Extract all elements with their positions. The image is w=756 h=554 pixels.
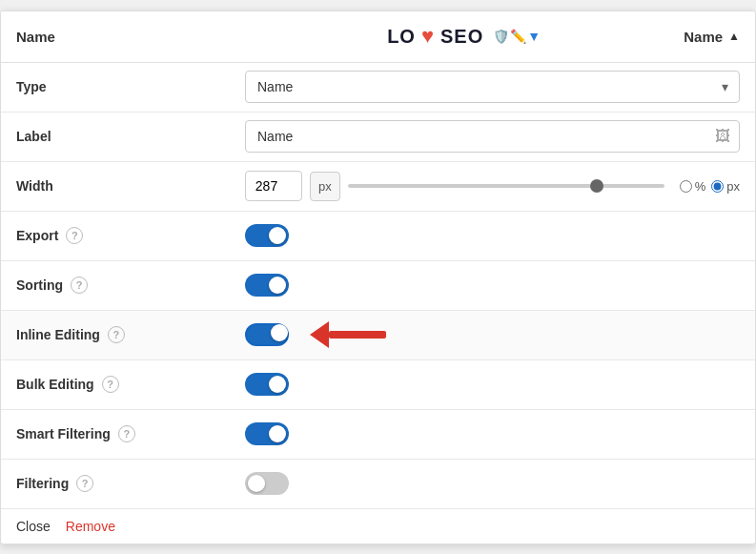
bulk-editing-toggle[interactable] [245,373,289,396]
px-label: px [726,179,740,194]
header-name-label: Name [16,29,245,45]
filtering-label-wrapper: Filtering ? [16,475,245,492]
logo-seo: SEO [440,26,483,48]
width-content: px % px [245,171,740,201]
label-input[interactable] [245,120,740,153]
export-toggle-slider [245,224,289,247]
label-label: Label [16,129,245,144]
inline-editing-content [245,321,740,348]
filtering-row: Filtering ? [1,460,755,509]
width-number-input[interactable] [245,171,302,201]
export-toggle[interactable] [245,224,289,247]
close-link[interactable]: Close [16,519,51,534]
logo-lo: LO [387,26,416,48]
bulk-editing-label: Bulk Editing [16,377,94,392]
smart-filtering-help-icon[interactable]: ? [118,425,135,442]
width-px-option[interactable]: px [711,179,740,194]
label-input-wrapper: 🖼 [245,120,740,153]
width-percent-radio[interactable] [680,180,692,193]
smart-filtering-label-wrapper: Smart Filtering ? [16,425,245,442]
smart-filtering-content [245,422,740,445]
logo-heart-icon: ♥ [421,24,435,49]
width-row: Width px % px [1,162,755,212]
red-arrow-indicator [310,321,386,348]
label-content: 🖼 [245,120,740,153]
inline-editing-label: Inline Editing [16,327,100,342]
filtering-help-icon[interactable]: ? [76,475,93,492]
inline-editing-label-wrapper: Inline Editing ? [16,326,245,343]
export-content [245,224,740,247]
type-select-wrapper: Name Text Number Date ▾ [245,71,740,103]
sorting-toggle-slider [245,274,289,297]
header-logo: LO ♥ SEO 🛡️✏️▼ [387,24,541,49]
width-percent-option[interactable]: % [680,179,706,194]
panel-header: Name LO ♥ SEO 🛡️✏️▼ Name ▲ [1,11,755,63]
sorting-label: Sorting [16,277,63,293]
filtering-toggle[interactable] [245,472,289,495]
inline-editing-toggle-slider [245,323,289,346]
filtering-toggle-slider [245,472,289,495]
header-sort-column[interactable]: Name ▲ [684,29,740,45]
inline-editing-toggle[interactable] [245,323,289,346]
width-controls: px % px [245,171,740,201]
bulk-editing-help-icon[interactable]: ? [102,376,119,393]
inline-editing-row: Inline Editing ? [1,311,755,360]
arrow-head-icon [310,321,329,348]
export-help-icon[interactable]: ? [66,227,83,244]
smart-filtering-toggle-slider [245,422,289,445]
header-icons: 🛡️✏️▼ [493,29,541,44]
bulk-editing-label-wrapper: Bulk Editing ? [16,376,245,393]
sorting-label-wrapper: Sorting ? [16,277,245,294]
smart-filtering-toggle[interactable] [245,422,289,445]
smart-filtering-row: Smart Filtering ? [1,410,755,460]
sort-direction-icon: ▲ [728,30,740,43]
sorting-content [245,274,740,297]
type-select[interactable]: Name Text Number Date [245,71,740,103]
width-slider[interactable] [348,184,664,188]
filtering-label: Filtering [16,476,69,491]
sort-column-label: Name [684,29,723,45]
bulk-editing-row: Bulk Editing ? [1,360,755,410]
width-radio-group: % px [680,179,740,194]
type-label: Type [16,79,245,94]
bulk-editing-content [245,373,740,396]
type-content: Name Text Number Date ▾ [245,71,740,103]
arrow-tail [329,331,386,339]
smart-filtering-label: Smart Filtering [16,426,111,441]
type-row: Type Name Text Number Date ▾ [1,63,755,113]
panel-footer: Close Remove [1,509,755,544]
width-unit-label: px [310,172,340,201]
width-slider-wrapper [348,184,664,188]
label-row: Label 🖼 [1,113,755,162]
percent-label: % [695,179,706,194]
export-label-wrapper: Export ? [16,227,245,244]
width-px-radio[interactable] [711,180,724,193]
sorting-toggle[interactable] [245,274,289,297]
width-label: Width [16,178,245,194]
label-image-icon: 🖼 [715,128,730,145]
filtering-content [245,472,740,495]
sorting-row: Sorting ? [1,261,755,311]
bulk-editing-toggle-slider [245,373,289,396]
export-row: Export ? [1,212,755,261]
remove-link[interactable]: Remove [66,519,115,534]
inline-editing-help-icon[interactable]: ? [108,326,125,343]
sorting-help-icon[interactable]: ? [71,277,88,294]
export-label: Export [16,228,58,243]
